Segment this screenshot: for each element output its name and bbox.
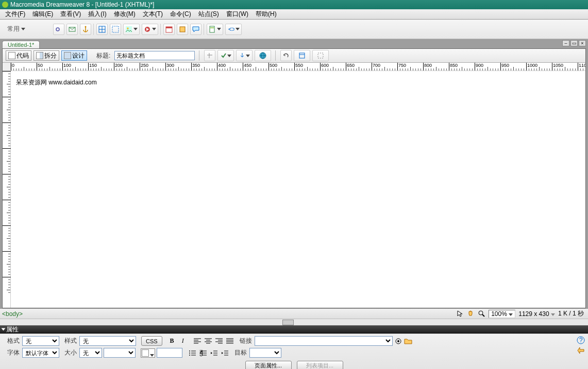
email-link-icon[interactable] — [66, 24, 78, 35]
style-select[interactable]: 无 — [79, 336, 136, 346]
templates-icon[interactable] — [207, 24, 223, 35]
properties-panel: ? 格式 无 样式 无 CSS B I 链接 字体 默认字体 大小 无 — [0, 333, 588, 369]
split-view-label: 拆分 — [44, 51, 57, 60]
align-right-icon[interactable] — [214, 337, 224, 346]
align-center-icon[interactable] — [204, 337, 213, 346]
minimize-doc-icon[interactable]: – — [562, 40, 569, 46]
svg-point-19 — [479, 311, 483, 315]
code-view-button[interactable]: 代码 — [6, 50, 31, 61]
svg-rect-5 — [112, 26, 119, 32]
svg-rect-10 — [166, 27, 172, 28]
menu-edit[interactable]: 编辑(E) — [29, 9, 56, 19]
document-title-input[interactable] — [114, 51, 195, 60]
design-view-label: 设计 — [72, 51, 85, 60]
scrollbar-thumb[interactable] — [282, 320, 294, 325]
named-anchor-icon[interactable] — [80, 24, 91, 35]
menu-text[interactable]: 文本(T) — [140, 9, 166, 19]
align-justify-icon[interactable] — [225, 337, 234, 346]
css-button[interactable]: CSS — [141, 336, 162, 346]
window-title: Macromedia Dreamweaver 8 - [Untitled-1 (… — [10, 1, 154, 8]
toolbar-separator — [204, 24, 205, 35]
canvas-text: 呆呆资源网 www.daidaid.com — [16, 79, 97, 86]
media-icon[interactable] — [142, 24, 158, 35]
properties-title: 属性 — [6, 325, 19, 334]
restore-doc-icon[interactable]: ▭ — [570, 40, 578, 46]
window-titlebar: Macromedia Dreamweaver 8 - [Untitled-1 (… — [0, 0, 588, 9]
comment-icon[interactable] — [190, 24, 201, 35]
menu-insert[interactable]: 插入(I) — [85, 9, 109, 19]
page-properties-button[interactable]: 页面属性... — [245, 361, 292, 369]
font-select[interactable]: 默认字体 — [22, 348, 59, 358]
style-label: 样式 — [64, 337, 78, 345]
target-select[interactable] — [249, 348, 281, 358]
link-select[interactable] — [255, 336, 393, 346]
horizontal-scrollbar[interactable] — [0, 319, 588, 325]
document-toolbar: 代码 拆分 设计 标题: — [3, 49, 585, 63]
svg-rect-6 — [126, 26, 132, 32]
point-to-file-icon[interactable] — [394, 337, 402, 345]
svg-point-45 — [189, 355, 190, 356]
browse-folder-icon[interactable] — [404, 337, 412, 345]
horizontal-ruler: 0501001502002503003504004505005506006507… — [11, 63, 585, 71]
zoom-tool-icon[interactable] — [478, 310, 485, 318]
menu-site[interactable]: 站点(S) — [195, 9, 222, 19]
align-left-icon[interactable] — [193, 337, 202, 346]
menu-commands[interactable]: 命令(C) — [167, 9, 194, 19]
text-color-input[interactable] — [157, 348, 182, 358]
menu-help[interactable]: 帮助(H) — [253, 9, 280, 19]
menu-view[interactable]: 查看(V) — [57, 9, 84, 19]
menu-modify[interactable]: 修改(M) — [111, 9, 139, 19]
design-canvas[interactable]: 呆呆资源网 www.daidaid.com — [11, 71, 585, 308]
date-icon[interactable] — [163, 24, 175, 35]
format-label: 格式 — [7, 337, 21, 345]
bold-icon[interactable]: B — [167, 337, 177, 346]
insert-category-dropdown[interactable]: 常用 — [4, 24, 28, 34]
size-unit-select[interactable] — [104, 348, 136, 358]
menu-bar: 文件(F) 编辑(E) 查看(V) 插入(I) 修改(M) 文本(T) 命令(C… — [0, 9, 588, 20]
table-icon[interactable] — [96, 24, 108, 35]
outdent-icon[interactable] — [209, 348, 219, 358]
properties-panel-header[interactable]: 属性 — [0, 325, 588, 333]
toolbar-separator — [160, 24, 161, 35]
menu-file[interactable]: 文件(F) — [2, 9, 28, 19]
close-doc-icon[interactable]: × — [579, 40, 586, 46]
text-color-picker[interactable] — [141, 348, 155, 358]
server-side-include-icon[interactable] — [177, 24, 188, 35]
menu-window[interactable]: 窗口(W) — [223, 9, 251, 19]
refresh-icon[interactable] — [280, 50, 292, 61]
help-icon[interactable]: ? — [577, 336, 585, 344]
size-label: 大小 — [64, 348, 78, 357]
tag-selector[interactable]: <body> — [0, 310, 23, 318]
split-view-button[interactable]: 拆分 — [33, 50, 59, 61]
window-size[interactable]: 1129 x 430 — [518, 310, 555, 318]
validate-icon[interactable] — [217, 50, 234, 61]
pointer-tool-icon[interactable] — [456, 310, 464, 318]
size-select[interactable]: 无 — [79, 348, 102, 358]
file-management-icon[interactable] — [236, 50, 253, 61]
tag-chooser-icon[interactable]: <> — [225, 24, 242, 35]
document-tab[interactable]: Untitled-1* — [2, 41, 40, 48]
hyperlink-icon[interactable] — [53, 24, 64, 35]
format-select[interactable]: 无 — [22, 336, 59, 346]
italic-icon[interactable]: I — [178, 337, 188, 346]
svg-rect-18 — [318, 53, 323, 58]
image-icon[interactable] — [123, 24, 140, 35]
svg-point-41 — [189, 350, 190, 352]
font-label: 字体 — [7, 348, 21, 357]
hand-tool-icon[interactable] — [467, 310, 475, 318]
quick-tag-editor-icon[interactable] — [577, 346, 585, 355]
indent-icon[interactable] — [220, 348, 229, 358]
insert-div-icon[interactable] — [110, 24, 121, 35]
zoom-level[interactable]: 100% — [489, 310, 515, 318]
unordered-list-icon[interactable] — [188, 348, 197, 358]
visual-aids-icon[interactable] — [312, 50, 329, 61]
svg-rect-13 — [210, 27, 214, 28]
preview-browser-icon[interactable] — [255, 50, 271, 61]
doc-size: 1 K / 1 秒 — [558, 309, 584, 318]
ordered-list-icon[interactable]: 123 — [198, 348, 208, 358]
no-browser-check-icon[interactable] — [204, 50, 215, 61]
design-view-button[interactable]: 设计 — [61, 50, 87, 61]
insert-toolbar: 常用 <> — [0, 20, 588, 39]
svg-text:?: ? — [579, 337, 583, 344]
view-options-icon[interactable] — [294, 50, 310, 61]
